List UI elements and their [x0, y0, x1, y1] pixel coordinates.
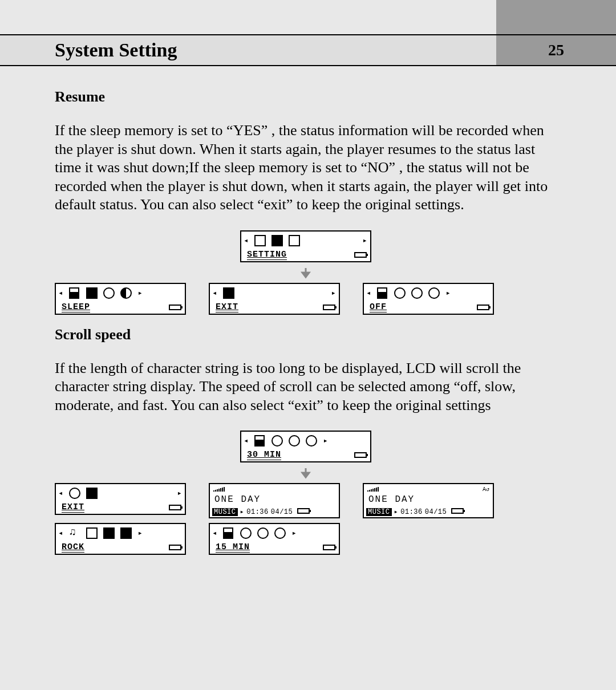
- time-label: 01:36: [400, 508, 423, 516]
- exit-icon: [86, 488, 98, 499]
- page-title: System Setting: [0, 39, 496, 61]
- min30-icon: [289, 435, 300, 447]
- arrow-right-icon: ▸: [137, 289, 143, 297]
- time-label: 01:36: [246, 508, 269, 516]
- arrow-left-icon: ◂: [244, 237, 249, 245]
- card-icon: [289, 235, 300, 246]
- lcd-off-label: OFF: [370, 302, 387, 312]
- lcd-oneday-2-text: ONE DAY: [368, 494, 415, 505]
- disable-icon: [377, 287, 388, 299]
- list-icon: [254, 235, 266, 246]
- arrow-left-icon: ◂: [212, 289, 217, 297]
- repeat-icon: A↺: [483, 486, 489, 493]
- min15-icon: [271, 435, 283, 447]
- title-bar: System Setting 25: [0, 34, 616, 66]
- scroll-diagram: ◂ ▸ 30 MIN: [55, 431, 557, 555]
- battery-icon: [323, 305, 335, 310]
- lcd-oneday-1-text: ONE DAY: [214, 494, 261, 505]
- battery-icon: [451, 508, 464, 514]
- arrow-right-icon: ▸: [363, 237, 368, 245]
- arrow-left-icon: ◂: [244, 437, 249, 445]
- lcd-30min: ◂ ▸ 30 MIN: [240, 431, 371, 462]
- min45-icon: [306, 435, 317, 447]
- lcd-rock-label: ROCK: [62, 542, 84, 553]
- lcd-setting: ◂ ▸ SETTING: [240, 230, 371, 262]
- play-icon: ▸: [240, 508, 245, 516]
- min45-icon: [428, 287, 440, 299]
- scroll-paragraph: If the length of character string is too…: [55, 359, 557, 415]
- arrow-down-icon: [55, 467, 557, 480]
- resume-diagram: ◂ ▸ SETTING: [55, 230, 557, 315]
- disable-icon: [223, 527, 234, 539]
- hand-icon: [103, 527, 115, 539]
- tools-icon: [271, 235, 283, 246]
- lcd-exit2-label: EXIT: [62, 502, 84, 513]
- page-number: 25: [496, 35, 616, 65]
- section-heading-resume: Resume: [55, 88, 557, 105]
- battery-icon: [169, 305, 181, 310]
- lcd-sleep: ◂ ▸ SLEEP: [55, 283, 186, 315]
- arrow-right-icon: ▸: [177, 489, 183, 497]
- lcd-oneday-1: ONE DAY MUSIC ▸ 01:36 04/15: [209, 483, 340, 518]
- arrow-right-icon: ▸: [137, 529, 143, 537]
- min30-icon: [257, 527, 269, 539]
- volume-icon: [367, 487, 379, 492]
- battery-icon: [477, 305, 489, 310]
- section-heading-scroll: Scroll speed: [55, 326, 557, 343]
- battery-icon: [297, 508, 310, 514]
- lcd-off: ◂ ▸ OFF: [363, 283, 494, 315]
- arrow-left-icon: ◂: [366, 289, 371, 297]
- volume-icon: [213, 487, 225, 492]
- min45-icon: [274, 527, 286, 539]
- lcd-exit2: ◂ ▸ EXIT: [55, 483, 186, 515]
- arrow-right-icon: ▸: [323, 437, 328, 445]
- arrow-left-icon: ◂: [58, 529, 63, 537]
- lcd-oneday-2: A↺ ONE DAY MUSIC ▸ 01:36 04/15: [363, 483, 494, 518]
- battery-icon: [354, 452, 367, 458]
- arrow-left-icon: ◂: [212, 529, 217, 537]
- arrow-right-icon: ▸: [331, 289, 337, 297]
- lcd-sleep-label: SLEEP: [62, 302, 90, 312]
- exit-icon: [223, 287, 234, 299]
- lcd-rock: ◂ ▸ ROCK: [55, 523, 186, 555]
- sleep-icon: [103, 287, 115, 299]
- arrow-right-icon: ▸: [445, 289, 451, 297]
- car-icon: [120, 527, 132, 539]
- arrow-left-icon: ◂: [58, 289, 63, 297]
- arrow-left-icon: ◂: [58, 489, 63, 497]
- lcd-30min-label: 30 MIN: [247, 450, 281, 460]
- track-label: 04/15: [271, 508, 293, 516]
- lcd-exit-label: EXIT: [216, 302, 238, 312]
- battery-icon: [354, 252, 367, 258]
- top-tab: [496, 0, 616, 34]
- arrow-right-icon: ▸: [291, 529, 297, 537]
- manual-page: System Setting 25 Resume If the sleep me…: [0, 0, 616, 690]
- min15-icon: [240, 527, 252, 539]
- min15-icon: [394, 287, 406, 299]
- track-label: 04/15: [425, 508, 447, 516]
- eq-icon: [86, 527, 98, 539]
- battery-icon: [323, 545, 335, 550]
- battery-icon: [169, 505, 181, 510]
- min30-icon: [411, 287, 423, 299]
- battery-icon: [169, 545, 181, 550]
- lcd-exit: ◂ ▸ EXIT: [209, 283, 340, 315]
- note-icon: [69, 527, 80, 539]
- play-icon: ▸: [394, 508, 399, 516]
- min60-icon: [69, 488, 80, 499]
- disable-icon: [254, 435, 266, 447]
- music-badge: MUSIC: [366, 508, 392, 516]
- resume-paragraph: If the sleep memory is set to “YES” , th…: [55, 121, 557, 214]
- content-area: Resume If the sleep memory is set to “YE…: [55, 77, 557, 561]
- lcd-15min: ◂ ▸ 15 MIN: [209, 523, 340, 555]
- resume-icon: [69, 287, 80, 299]
- lcd-15min-label: 15 MIN: [216, 542, 250, 553]
- arrow-down-icon: [55, 267, 557, 279]
- music-badge: MUSIC: [212, 508, 238, 516]
- contrast-icon: [120, 287, 132, 299]
- lcd-setting-label: SETTING: [247, 250, 287, 260]
- scroll-icon: [86, 287, 98, 299]
